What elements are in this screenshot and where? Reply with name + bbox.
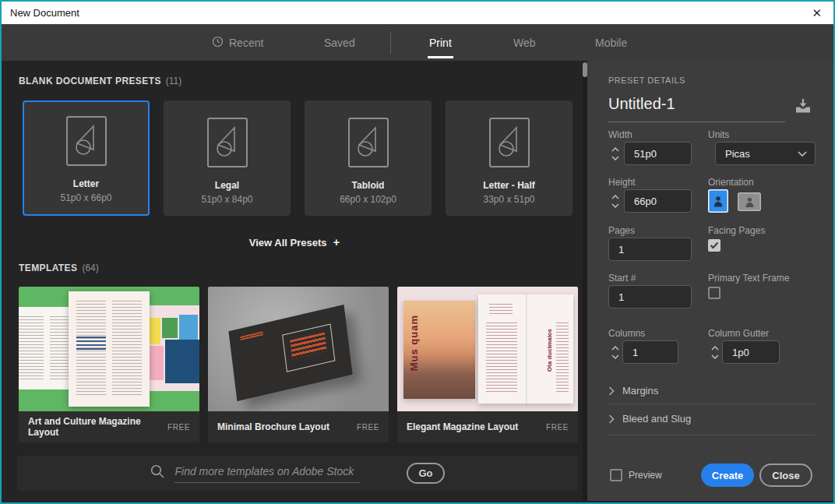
document-shape-icon [347, 117, 389, 171]
tab-divider [390, 31, 391, 54]
preview-label: Preview [629, 470, 662, 481]
tab-saved-label: Saved [324, 37, 355, 49]
portrait-person-icon [713, 195, 724, 208]
tab-bar: Recent Saved Print Web Mobile [2, 24, 833, 61]
chevron-right-icon [608, 386, 615, 396]
document-shape-icon [488, 117, 530, 171]
preset-name: Tabloid [352, 180, 385, 191]
tab-web[interactable]: Web [513, 24, 536, 61]
tab-recent[interactable]: Recent [212, 24, 263, 61]
height-input[interactable] [625, 190, 691, 212]
chevron-down-icon [611, 354, 619, 359]
clock-icon [212, 36, 224, 50]
bleed-slug-label: Bleed and Slug [622, 413, 691, 425]
search-input-underline [174, 464, 360, 483]
pages-field [608, 238, 692, 261]
template-thumbnail [19, 287, 199, 411]
width-label: Width [608, 129, 632, 140]
search-input[interactable] [174, 465, 360, 478]
margins-label: Margins [622, 385, 658, 397]
document-name-input[interactable] [608, 95, 785, 122]
close-button[interactable]: Close [759, 463, 812, 487]
template-card-elegant-magazine[interactable]: Mus quam Ota ducimaios Elegant Magazine … [397, 287, 578, 442]
columns-stepper[interactable] [608, 340, 622, 364]
document-shape-icon [65, 115, 107, 170]
units-select[interactable]: Picas [715, 142, 816, 165]
blank-presets-count: (11) [166, 76, 181, 86]
search-icon [150, 464, 165, 482]
preset-card-letter-half[interactable]: Letter - Half 33p0 x 51p0 [446, 100, 573, 216]
column-gutter-input[interactable] [723, 341, 779, 363]
height-label: Height [608, 177, 636, 188]
thumbnail-art [526, 294, 527, 404]
thumbnail-art [69, 291, 150, 407]
save-preset-icon[interactable] [794, 98, 812, 117]
orientation-portrait-button[interactable] [708, 189, 728, 213]
width-field [624, 142, 692, 165]
orientation-landscape-button[interactable] [738, 192, 761, 211]
thumbnail-cover-title: Mus quam [408, 315, 420, 371]
columns-field [622, 340, 678, 364]
thumbnail-art [19, 316, 44, 380]
tab-web-label: Web [513, 37, 536, 49]
view-all-presets-button[interactable]: View All Presets+ [2, 235, 587, 248]
primary-text-frame-label: Primary Text Frame [708, 273, 789, 284]
template-card-minimal-brochure[interactable]: Minimal Brochure Layout FREE [208, 287, 389, 442]
free-badge: FREE [357, 423, 379, 432]
tab-print[interactable]: Print [429, 24, 452, 61]
thumbnail-art [165, 340, 199, 383]
column-gutter-label: Column Gutter [708, 328, 769, 339]
thumbnail-art [290, 332, 327, 358]
bleed-slug-accordion[interactable]: Bleed and Slug [608, 413, 691, 425]
template-name: Minimal Brochure Layout [217, 421, 329, 432]
check-icon [710, 241, 719, 249]
pages-input[interactable] [609, 238, 691, 260]
preview-checkbox[interactable] [610, 469, 622, 481]
thumbnail-art [112, 301, 142, 397]
tab-mobile[interactable]: Mobile [595, 24, 627, 61]
document-shape-icon [206, 117, 248, 171]
template-card-art-culture[interactable]: Art and Culture Magazine Layout FREE [19, 287, 199, 442]
create-button[interactable]: Create [701, 463, 754, 487]
chevron-right-icon [608, 414, 615, 424]
column-gutter-stepper[interactable] [708, 340, 722, 364]
width-input[interactable] [625, 143, 691, 164]
start-number-input[interactable] [609, 286, 691, 308]
thumbnail-art [228, 305, 352, 401]
thumbnail-art [489, 304, 513, 316]
facing-pages-checkbox[interactable] [708, 239, 720, 252]
blank-presets-header: BLANK DOCUMENT PRESETS(11) [19, 76, 181, 86]
thumbnail-art [282, 323, 335, 372]
view-all-presets-label: View All Presets [249, 237, 327, 248]
divider [608, 435, 815, 435]
height-stepper[interactable] [608, 189, 622, 213]
preset-dimensions: 66p0 x 102p0 [340, 194, 396, 205]
primary-text-frame-checkbox[interactable] [708, 287, 720, 299]
new-document-dialog: New Document ✕ Recent Saved Print Web Mo… [0, 0, 835, 504]
thumbnail-art: Mus quam [403, 301, 475, 399]
columns-label: Columns [608, 328, 645, 339]
margins-accordion[interactable]: Margins [608, 385, 658, 397]
go-button[interactable]: Go [407, 463, 444, 484]
thumbnail-art [486, 322, 517, 393]
preset-name: Legal [215, 180, 239, 191]
templates-count: (64) [82, 263, 98, 273]
template-name: Art and Culture Magazine Layout [28, 416, 167, 438]
template-label-bar: Elegant Magazine Layout FREE [397, 411, 578, 442]
thumbnail-art: Ota ducimaios [478, 294, 573, 404]
units-label: Units [708, 129, 729, 140]
preset-name: Letter - Half [483, 180, 535, 191]
columns-input[interactable] [623, 341, 678, 363]
plus-icon: + [333, 235, 340, 248]
preset-dimensions: 51p0 x 66p0 [60, 192, 111, 203]
preset-card-letter[interactable]: Letter 51p0 x 66p0 [23, 100, 150, 216]
template-thumbnail [208, 287, 389, 411]
tab-saved[interactable]: Saved [324, 24, 355, 61]
chevron-up-icon [611, 195, 619, 199]
preset-card-legal[interactable]: Legal 51p0 x 84p0 [164, 100, 291, 216]
template-label-bar: Minimal Brochure Layout FREE [208, 411, 389, 442]
width-stepper[interactable] [608, 142, 622, 165]
preset-card-tabloid[interactable]: Tabloid 66p0 x 102p0 [305, 100, 432, 216]
close-icon[interactable]: ✕ [809, 7, 825, 19]
column-gutter-field [722, 340, 780, 364]
